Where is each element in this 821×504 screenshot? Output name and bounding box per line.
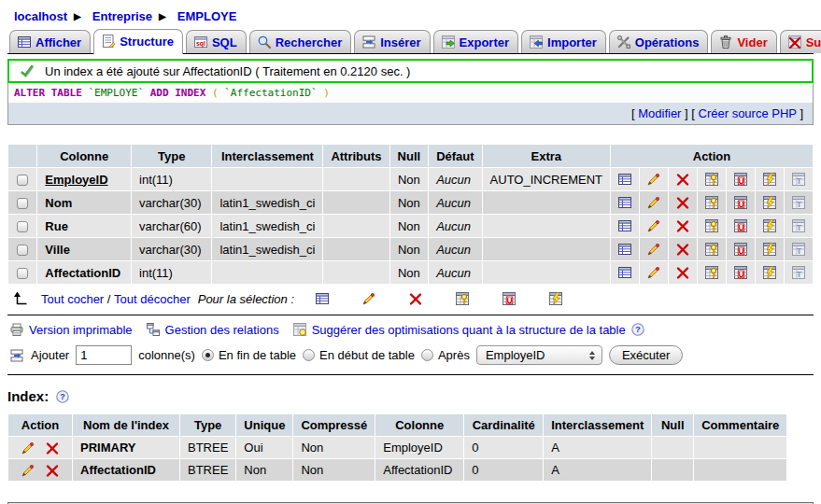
drop-icon[interactable]: [45, 463, 60, 478]
primary-icon[interactable]: [704, 218, 719, 233]
index-action-cell: [756, 238, 784, 260]
change-icon[interactable]: [21, 463, 35, 478]
radio-unselected[interactable]: [421, 349, 433, 361]
fulltext-icon[interactable]: T: [791, 265, 806, 280]
change-icon[interactable]: [646, 242, 661, 257]
tab-op-rations[interactable]: Opérations: [609, 30, 709, 53]
index-icon[interactable]: [762, 265, 777, 280]
unique-icon[interactable]: U: [733, 218, 748, 233]
tab-exporter[interactable]: Exporter: [433, 30, 518, 53]
column-attributes: [323, 191, 389, 214]
help-icon[interactable]: ?: [55, 389, 70, 404]
index-icon[interactable]: [762, 242, 777, 257]
utility-link-item: Version imprimable: [9, 322, 133, 337]
index-icon[interactable]: [762, 172, 777, 187]
index-cardinality: 0: [464, 437, 543, 458]
unique-icon[interactable]: U: [733, 195, 748, 210]
unique-icon[interactable]: U: [502, 291, 517, 306]
index-action-cell: [8, 459, 72, 481]
column-name: EmployeID: [45, 173, 107, 187]
radio-unselected[interactable]: [303, 349, 315, 361]
drop-icon[interactable]: [45, 441, 60, 455]
row-checkbox[interactable]: [17, 245, 28, 256]
tab-afficher[interactable]: Afficher: [9, 30, 91, 53]
primary-icon[interactable]: [455, 291, 470, 306]
after-column-select[interactable]: EmployeID: [476, 345, 602, 365]
primary-icon[interactable]: [704, 265, 719, 280]
unique-icon[interactable]: U: [733, 265, 748, 280]
structure-table: ColonneTypeInterclassementAttributsNullD…: [7, 144, 814, 285]
breadcrumb-item: localhost: [9, 9, 67, 23]
column-type: varchar(30): [132, 238, 211, 260]
add-column-execute-button[interactable]: Exécuter: [609, 345, 683, 365]
change-icon[interactable]: [646, 172, 661, 187]
row-checkbox[interactable]: [17, 268, 28, 279]
column-default: Aucun: [429, 168, 481, 190]
fulltext-icon[interactable]: T: [791, 218, 806, 233]
create-php-source-link[interactable]: Créer source PHP: [699, 106, 797, 120]
index-icon[interactable]: [762, 218, 777, 233]
radio-label: En fin de table: [219, 348, 296, 362]
utility-link[interactable]: Suggérer des optimisations quant à la st…: [312, 323, 626, 337]
fulltext-icon[interactable]: T: [791, 195, 806, 210]
row-checkbox[interactable]: [17, 175, 28, 186]
check-all-link[interactable]: Tout cocher: [41, 292, 104, 306]
tab-structure[interactable]: Structure: [93, 29, 183, 54]
row-checkbox[interactable]: [17, 198, 28, 209]
browse-action-cell: [611, 191, 639, 214]
tab-ins-rer[interactable]: Insérer: [354, 30, 430, 53]
with-selected-arrow-icon: [13, 291, 28, 306]
change-icon[interactable]: [646, 195, 661, 210]
fulltext-icon[interactable]: T: [791, 172, 806, 187]
help-icon[interactable]: ?: [630, 322, 645, 337]
primary-icon[interactable]: [704, 242, 719, 257]
drop-icon[interactable]: [675, 242, 690, 257]
index-icon[interactable]: [548, 291, 563, 306]
uncheck-all-link[interactable]: Tout décocher: [114, 292, 191, 306]
browse-icon[interactable]: [617, 195, 632, 210]
browse-icon[interactable]: [617, 172, 632, 187]
column-collation: latin1_swedish_ci: [212, 191, 322, 214]
modify-sql-link[interactable]: Modifier: [638, 106, 681, 120]
primary-icon[interactable]: [704, 172, 719, 187]
breadcrumb-link[interactable]: localhost: [14, 9, 67, 23]
breadcrumb-link[interactable]: EMPLOYE: [177, 9, 237, 23]
index-header-row: ActionNom de l'indexTypeUniqueCompresséC…: [8, 414, 786, 436]
tab-supprimer[interactable]: Supprimer: [780, 30, 821, 53]
unique-action-cell: U: [727, 191, 755, 214]
tab-label: Importer: [547, 35, 597, 49]
table-row-Ville: Villevarchar(30)latin1_swedish_ciNonAucu…: [8, 238, 813, 260]
unique-icon[interactable]: U: [733, 172, 748, 187]
primary-icon[interactable]: [704, 195, 719, 210]
tab-sql[interactable]: sqlSQL: [186, 30, 247, 53]
row-checkbox[interactable]: [17, 221, 28, 232]
tab-vider[interactable]: Vider: [711, 30, 776, 53]
tab-rechercher[interactable]: Rechercher: [249, 30, 352, 53]
change-icon[interactable]: [646, 218, 661, 233]
browse-icon[interactable]: [617, 265, 632, 280]
tab-importer[interactable]: Importer: [521, 30, 606, 53]
breadcrumb-link[interactable]: Entreprise: [92, 9, 152, 23]
radio-selected[interactable]: [202, 349, 214, 361]
change-icon[interactable]: [21, 441, 35, 455]
index-icon[interactable]: [762, 195, 777, 210]
drop-icon[interactable]: [675, 218, 690, 233]
drop-icon[interactable]: [675, 265, 690, 280]
column-header: Défaut: [429, 145, 481, 167]
add-column-count-input[interactable]: [76, 345, 132, 365]
browse-icon[interactable]: [315, 291, 330, 306]
drop-icon[interactable]: [675, 172, 690, 187]
drop-icon[interactable]: [675, 195, 690, 210]
sql-footer: [ Modifier ] [ Créer source PHP ]: [8, 103, 813, 124]
utility-link[interactable]: Gestion des relations: [165, 323, 279, 337]
fulltext-icon[interactable]: T: [791, 242, 806, 257]
browse-icon[interactable]: [617, 218, 632, 233]
browse-icon[interactable]: [617, 242, 632, 257]
unique-icon[interactable]: U: [733, 242, 748, 257]
index-column-header: Type: [180, 414, 235, 436]
tab-label: Vider: [737, 35, 767, 49]
change-icon[interactable]: [646, 265, 661, 280]
change-icon[interactable]: [361, 291, 376, 306]
drop-icon[interactable]: [408, 291, 423, 306]
utility-link[interactable]: Version imprimable: [29, 323, 133, 337]
